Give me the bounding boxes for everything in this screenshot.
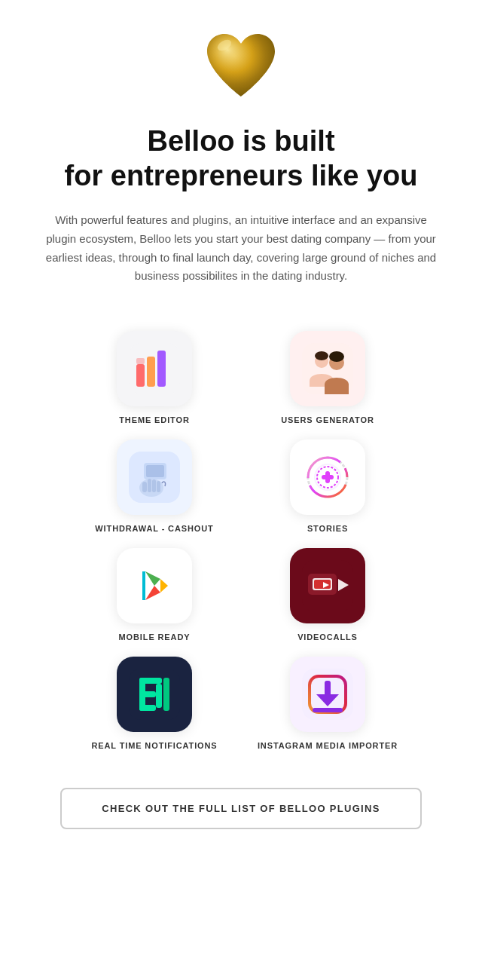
svg-rect-4 bbox=[157, 351, 166, 387]
svg-point-9 bbox=[315, 351, 328, 360]
theme-editor-icon-wrapper bbox=[117, 331, 192, 406]
svg-rect-45 bbox=[163, 678, 169, 711]
svg-rect-26 bbox=[322, 475, 334, 479]
withdrawal-icon-wrapper bbox=[117, 439, 192, 515]
svg-rect-5 bbox=[136, 358, 145, 364]
svg-point-10 bbox=[329, 351, 344, 362]
svg-rect-18 bbox=[157, 481, 160, 492]
plugin-item-theme-editor: THEME EDITOR bbox=[83, 331, 226, 424]
svg-rect-17 bbox=[152, 479, 156, 492]
instagram-label: INSTAGRAM MEDIA IMPORTER bbox=[258, 741, 398, 750]
heart-icon bbox=[203, 30, 279, 102]
mobile-icon-wrapper bbox=[117, 548, 192, 623]
check-plugins-button[interactable]: CHECK OUT THE FULL LIST OF BELLOO PLUGIN… bbox=[60, 788, 422, 829]
stories-label: STORIES bbox=[307, 524, 348, 533]
svg-rect-15 bbox=[142, 482, 147, 492]
svg-rect-2 bbox=[136, 364, 145, 387]
svg-rect-41 bbox=[139, 678, 162, 684]
users-generator-label: USERS GENERATOR bbox=[281, 415, 374, 424]
theme-editor-label: THEME EDITOR bbox=[119, 415, 189, 424]
plugin-item-instagram: INSTAGRAM MEDIA IMPORTER bbox=[256, 657, 399, 750]
withdrawal-label: WITHDRAWAL - CASHOUT bbox=[95, 524, 213, 533]
svg-rect-50 bbox=[313, 708, 343, 712]
instagram-icon-wrapper bbox=[290, 657, 365, 732]
stories-icon bbox=[302, 452, 353, 503]
main-title: Belloo is built for entrepreneurs like y… bbox=[65, 124, 418, 193]
plugin-item-stories: STORIES bbox=[256, 439, 399, 533]
theme-editor-icon bbox=[129, 343, 180, 394]
plugins-grid: THEME EDITOR USERS GENERATOR bbox=[23, 301, 459, 780]
stories-icon-wrapper bbox=[290, 439, 365, 515]
notifications-icon-wrapper bbox=[117, 657, 192, 732]
svg-rect-13 bbox=[146, 465, 164, 477]
plugin-item-withdrawal: WITHDRAWAL - CASHOUT bbox=[83, 439, 226, 533]
svg-rect-36 bbox=[314, 580, 331, 589]
mobile-ready-label: MOBILE READY bbox=[119, 632, 191, 642]
plugin-item-mobile: MOBILE READY bbox=[83, 548, 226, 642]
instagram-icon bbox=[302, 669, 353, 720]
svg-rect-3 bbox=[147, 357, 155, 387]
hero-section: Belloo is built for entrepreneurs like y… bbox=[0, 0, 482, 301]
plugin-item-users-generator: USERS GENERATOR bbox=[256, 331, 399, 424]
mobile-ready-icon bbox=[129, 560, 180, 611]
videocalls-icon-wrapper bbox=[290, 548, 365, 623]
notifications-label: REAL TIME NOTIFICATIONS bbox=[91, 741, 217, 750]
svg-marker-29 bbox=[142, 571, 145, 600]
videocalls-icon bbox=[302, 560, 353, 611]
hero-subtitle: With powerful features and plugins, an i… bbox=[45, 211, 437, 286]
plugin-item-notifications: REAL TIME NOTIFICATIONS bbox=[83, 657, 226, 750]
videocalls-label: VIDEOCALLS bbox=[297, 632, 358, 642]
users-generator-icon-wrapper bbox=[290, 331, 365, 406]
svg-rect-43 bbox=[139, 705, 156, 711]
svg-rect-16 bbox=[148, 479, 151, 492]
notifications-icon bbox=[129, 669, 180, 720]
svg-rect-42 bbox=[139, 691, 156, 697]
users-generator-icon bbox=[302, 343, 353, 394]
svg-rect-44 bbox=[156, 684, 162, 708]
plugin-item-videocalls: VIDEOCALLS bbox=[256, 548, 399, 642]
withdrawal-icon bbox=[129, 452, 180, 503]
